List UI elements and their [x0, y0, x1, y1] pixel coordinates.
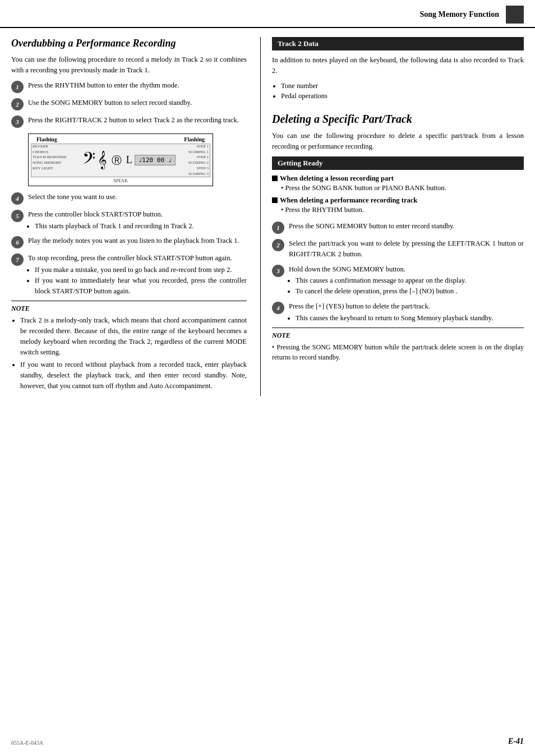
getting-ready-bold-1: When deleting a lesson recording part	[272, 174, 524, 183]
right-step-1-circle: 1	[272, 222, 284, 234]
track2-data-header: Track 2 Data	[272, 37, 524, 50]
step-5-sub-1: This starts playback of Track 1 and reco…	[35, 221, 247, 232]
getting-ready-section: When deleting a lesson recording part • …	[272, 174, 524, 216]
right-note-section: NOTE • Pressing the SONG MEMORY button w…	[272, 328, 524, 362]
kbd-step2: STEP 2	[188, 155, 209, 160]
page: Song Memory Function Overdubbing a Perfo…	[0, 0, 535, 756]
step-7-sub-1: If you make a mistake, you need to go ba…	[35, 265, 247, 275]
right-step-1: 1 Press the SONG MEMORY button to enter …	[272, 221, 524, 234]
delete-intro: You can use the following procedure to d…	[272, 131, 524, 152]
step-4-text: Select the tone you want to use.	[28, 192, 247, 202]
step-3-circle: 3	[11, 116, 24, 128]
right-step-4-sub-1: This causes the keyboard to return to So…	[296, 313, 524, 324]
header: Song Memory Function	[0, 0, 535, 28]
flashing-right-label: Flashing	[184, 136, 205, 142]
right-step-4-text: Press the [+] (YES) button to delete the…	[289, 301, 524, 324]
right-step-1-text: Press the SONG MEMORY button to enter re…	[289, 221, 524, 232]
left-note-2: If you want to record without playback f…	[20, 359, 247, 391]
right-note-label: NOTE	[272, 331, 524, 340]
getting-ready-item-2: When deleting a performance recording tr…	[272, 196, 524, 215]
right-step-3: 3 Hold down the SONG MEMORY button. This…	[272, 264, 524, 297]
left-note-1: Track 2 is a melody-only track, which me…	[20, 315, 247, 357]
track2-intro: In addition to notes played on the keybo…	[272, 55, 524, 76]
right-step-2-circle: 2	[272, 239, 284, 251]
square-bullet-1	[272, 176, 278, 181]
kbd-labels: Flashing Flashing	[31, 136, 210, 142]
footer: 655A-E-043A E-41	[0, 732, 535, 750]
kbd-scoring3: SCORING 3	[188, 172, 209, 177]
flashing-left-label: Flashing	[36, 136, 57, 142]
right-step-4: 4 Press the [+] (YES) button to delete t…	[272, 301, 524, 324]
step-1: 1 Press the RHYTHM button to enter the r…	[11, 80, 247, 93]
keyboard-diagram: Flashing Flashing REVERB CHORUS TOUCH RE…	[28, 133, 213, 186]
step-1-circle: 1	[11, 81, 24, 93]
left-note-section: NOTE Track 2 is a melody-only track, whi…	[11, 301, 247, 391]
step-7-circle: 7	[11, 253, 24, 266]
kbd-l-symbol: L	[126, 154, 132, 166]
footer-code: 655A-E-043A	[11, 740, 43, 746]
kbd-staff-symbol: 𝄢	[82, 149, 95, 172]
header-box-decoration	[506, 6, 524, 24]
kbd-label-reverb: REVERB	[33, 144, 67, 150]
right-column: Track 2 Data In addition to notes played…	[260, 37, 524, 396]
right-note-text: • Pressing the SONG MEMORY button while …	[272, 342, 524, 362]
step-5-text: Press the controller block START/STOP bu…	[28, 209, 247, 232]
step-7-text: To stop recording, press the controller …	[28, 253, 247, 296]
step-7: 7 To stop recording, press the controlle…	[11, 253, 247, 296]
delete-title: Deleting a Specific Part/Track	[272, 112, 524, 126]
left-notes-list: Track 2 is a melody-only track, which me…	[20, 315, 247, 391]
left-note-label: NOTE	[11, 305, 247, 313]
kbd-step1: STEP 1	[188, 144, 209, 150]
kbd-label-song-mem: SONG MEMORY	[33, 160, 67, 166]
track2-bullet-1: Tone number	[281, 81, 524, 91]
step-6: 6 Play the melody notes you want as you …	[11, 236, 247, 248]
step-6-circle: 6	[11, 236, 24, 248]
left-column: Overdubbing a Performance Recording You …	[11, 37, 247, 396]
step-3: 3 Press the RIGHT/TRACK 2 button to sele…	[11, 115, 247, 128]
right-step-3-sub-2: To cancel the delete operation, press th…	[296, 286, 524, 297]
kbd-right-labels: STEP 1 SCORING 1 STEP 2 SCORING 2 STEP 3…	[188, 144, 209, 177]
step-2-circle: 2	[11, 98, 24, 110]
step-2: 2 Use the SONG MEMORY button to select r…	[11, 98, 247, 110]
step-4: 4 Select the tone you want to use.	[11, 192, 247, 205]
footer-page: E-41	[508, 737, 524, 746]
getting-ready-sub-2: • Press the RHYTHM button.	[281, 205, 524, 215]
main-content: Overdubbing a Performance Recording You …	[0, 28, 535, 407]
getting-ready-sub-1: • Press the SONG BANK button or PIANO BA…	[281, 183, 524, 193]
step-5: 5 Press the controller block START/STOP …	[11, 209, 247, 232]
step-2-text: Use the SONG MEMORY button to select rec…	[28, 98, 247, 108]
kbd-lcd-display: ♩120 00 ♩	[135, 155, 176, 165]
step-6-text: Play the melody notes you want as you li…	[28, 236, 247, 246]
getting-ready-item-1: When deleting a lesson recording part • …	[272, 174, 524, 193]
kbd-scoring2: SCORING 2	[188, 160, 209, 166]
getting-ready-bold-2: When deleting a performance recording tr…	[272, 196, 524, 205]
step-5-circle: 5	[11, 210, 24, 222]
overdubbing-intro: You can use the following procedure to r…	[11, 54, 247, 76]
kbd-r-symbol: Ⓡ	[112, 154, 122, 167]
kbd-label-chorus: CHORUS	[33, 150, 67, 155]
overdubbing-title: Overdubbing a Performance Recording	[11, 37, 247, 50]
kbd-bottom-label: SPEAK	[31, 178, 210, 183]
delete-section: Deleting a Specific Part/Track You can u…	[272, 112, 524, 362]
kbd-step3: STEP 3	[188, 166, 209, 172]
getting-ready-header: Getting Ready	[272, 156, 524, 170]
right-step-3-text: Hold down the SONG MEMORY button. This c…	[289, 264, 524, 297]
kbd-left-labels: REVERB CHORUS TOUCH RESPONSE SONG MEMORY…	[33, 144, 67, 172]
step-1-text: Press the RHYTHM button to enter the rhy…	[28, 80, 247, 91]
right-step-2: 2 Select the part/track you want to dele…	[272, 238, 524, 260]
kbd-label-key-light: KEY LIGHT	[33, 166, 67, 172]
step-3-text: Press the RIGHT/TRACK 2 button to select…	[28, 115, 247, 126]
header-title: Song Memory Function	[419, 10, 499, 19]
step-7-sub-2: If you want to immediately hear what you…	[35, 275, 247, 297]
right-step-2-text: Select the part/track you want to delete…	[289, 238, 524, 260]
right-step-3-circle: 3	[272, 265, 284, 277]
square-bullet-2	[272, 197, 278, 203]
track2-bullets: Tone number Pedal operations	[281, 81, 524, 102]
keyboard-inner: REVERB CHORUS TOUCH RESPONSE SONG MEMORY…	[31, 144, 210, 177]
right-step-4-circle: 4	[272, 302, 284, 314]
right-step-3-sub-1: This causes a confirmation message to ap…	[296, 275, 524, 286]
kbd-clef-symbol: 𝄞	[98, 151, 107, 169]
step-4-circle: 4	[11, 192, 24, 205]
kbd-label-touch: TOUCH RESPONSE	[33, 155, 67, 160]
track2-bullet-2: Pedal operations	[281, 91, 524, 102]
